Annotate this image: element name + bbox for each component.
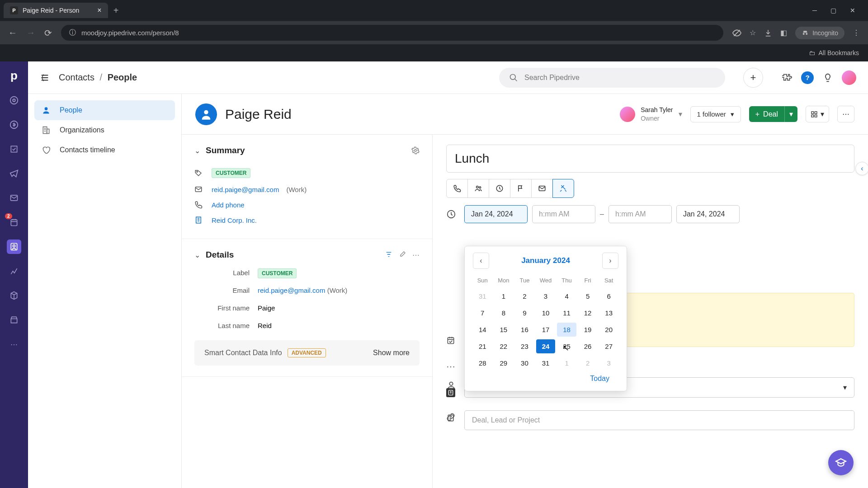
close-window-icon[interactable]: ✕	[850, 7, 855, 14]
collapse-panel-button[interactable]: ‹	[855, 162, 868, 175]
end-time-input[interactable]: h:mm AM	[609, 205, 672, 223]
more-icon[interactable]: ⋯	[412, 251, 420, 259]
type-email-button[interactable]	[531, 179, 553, 198]
chevron-down-icon[interactable]: ⌄	[194, 146, 200, 155]
rail-activities-icon[interactable]: 2	[7, 215, 21, 230]
sidebar-item-timeline[interactable]: Contacts timeline	[34, 140, 175, 160]
gear-icon[interactable]	[411, 146, 420, 155]
rail-more-icon[interactable]: ⋯	[7, 337, 21, 352]
end-date-input[interactable]: Jan 24, 2024	[676, 205, 740, 223]
new-tab-button[interactable]: +	[113, 5, 119, 16]
layout-button[interactable]: ▾	[806, 106, 829, 122]
sidebar-item-organizations[interactable]: Organizations	[34, 120, 175, 140]
deal-lead-input[interactable]: Deal, Lead or Project	[464, 410, 854, 430]
start-date-input[interactable]: Jan 24, 2024	[464, 205, 528, 223]
calendar-day[interactable]: 17	[536, 323, 556, 337]
calendar-day[interactable]: 28	[473, 356, 492, 370]
type-task-button[interactable]	[489, 179, 510, 198]
calendar-day[interactable]: 15	[494, 323, 514, 337]
calendar-day[interactable]: 2	[515, 289, 534, 303]
minimize-icon[interactable]: ─	[812, 7, 817, 14]
calendar-day[interactable]: 20	[599, 323, 618, 337]
lightbulb-icon[interactable]	[822, 72, 834, 84]
rail-projects-icon[interactable]	[7, 142, 21, 156]
email-link[interactable]: reid.paige@gmail.com	[212, 186, 279, 193]
search-input[interactable]: Search Pipedrive	[499, 68, 725, 88]
calendar-day[interactable]: 27	[599, 339, 618, 353]
rail-deals-icon[interactable]	[7, 117, 21, 132]
calendar-day[interactable]: 1	[557, 356, 576, 370]
rail-contacts-icon[interactable]	[7, 239, 21, 254]
deal-dropdown-button[interactable]: ▾	[784, 106, 797, 122]
edit-icon[interactable]	[399, 251, 406, 259]
reload-button[interactable]: ⟳	[44, 28, 52, 38]
add-phone-link[interactable]: Add phone	[212, 201, 245, 209]
app-logo[interactable]: p	[6, 68, 22, 83]
calendar-day[interactable]: 3	[599, 356, 618, 370]
download-icon[interactable]	[764, 29, 772, 37]
calendar-month-label[interactable]: January 2024	[521, 256, 570, 265]
help-icon[interactable]: ?	[801, 71, 814, 84]
calendar-next-button[interactable]: ›	[602, 253, 618, 269]
eye-icon[interactable]	[732, 28, 741, 38]
puzzle-icon[interactable]	[781, 72, 793, 84]
calendar-day[interactable]: 9	[515, 306, 534, 320]
calendar-day[interactable]: 30	[515, 356, 534, 370]
calendar-day[interactable]: 29	[494, 356, 514, 370]
calendar-day[interactable]: 25	[557, 339, 576, 353]
calendar-day[interactable]: 31	[473, 289, 492, 303]
calendar-day[interactable]: 8	[494, 306, 514, 320]
type-lunch-button[interactable]	[552, 179, 574, 198]
breadcrumb-current[interactable]: People	[108, 72, 137, 82]
org-link[interactable]: Reid Corp. Inc.	[212, 216, 257, 224]
type-meeting-button[interactable]	[467, 179, 489, 198]
academy-fab[interactable]	[828, 450, 854, 475]
calendar-day[interactable]: 23	[515, 339, 534, 353]
calendar-day[interactable]: 26	[578, 339, 598, 353]
calendar-day[interactable]: 11	[557, 306, 576, 320]
browser-tab[interactable]: P Paige Reid - Person ×	[4, 3, 108, 18]
start-time-input[interactable]: h:mm AM	[532, 205, 595, 223]
url-input[interactable]: ⓘ moodjoy.pipedrive.com/person/8	[61, 25, 723, 41]
sidepanel-icon[interactable]: ◧	[780, 28, 787, 37]
rail-mail-icon[interactable]	[7, 191, 21, 205]
calendar-day[interactable]: 6	[599, 289, 618, 303]
bookmark-star-icon[interactable]: ☆	[750, 28, 756, 37]
rail-campaigns-icon[interactable]	[7, 166, 21, 181]
tab-close-icon[interactable]: ×	[97, 6, 101, 14]
calendar-day[interactable]: 10	[536, 306, 556, 320]
calendar-day[interactable]: 2	[578, 356, 598, 370]
calendar-day[interactable]: 3	[536, 289, 556, 303]
more-icon[interactable]: ⋯	[446, 361, 455, 372]
breadcrumb-root[interactable]: Contacts	[59, 72, 94, 82]
owner-avatar[interactable]	[620, 107, 635, 122]
calendar-day[interactable]: 1	[494, 289, 514, 303]
rail-marketplace-icon[interactable]	[7, 313, 21, 327]
show-more-link[interactable]: Show more	[373, 349, 410, 357]
calendar-day[interactable]: 18	[557, 323, 576, 337]
follower-button[interactable]: 1 follower ▾	[690, 106, 741, 122]
user-avatar[interactable]	[842, 70, 856, 85]
filter-icon[interactable]	[385, 251, 392, 259]
calendar-day[interactable]: 4	[557, 289, 576, 303]
calendar-day[interactable]: 5	[578, 289, 598, 303]
type-deadline-button[interactable]	[510, 179, 532, 198]
rail-insights-icon[interactable]	[7, 264, 21, 278]
calendar-day[interactable]: 21	[473, 339, 492, 353]
forward-button[interactable]: →	[26, 28, 35, 38]
rail-leads-icon[interactable]	[7, 93, 21, 108]
owner-dropdown-icon[interactable]: ▾	[679, 110, 682, 118]
incognito-badge[interactable]: Incognito	[795, 27, 844, 39]
calendar-day[interactable]: 14	[473, 323, 492, 337]
activity-title-input[interactable]: Lunch	[446, 145, 854, 173]
email-link[interactable]: reid.paige@gmail.com	[258, 286, 325, 294]
calendar-day[interactable]: 12	[578, 306, 598, 320]
sidebar-toggle-icon[interactable]	[40, 73, 50, 83]
maximize-icon[interactable]: ▢	[830, 7, 836, 14]
calendar-prev-button[interactable]: ‹	[473, 253, 489, 269]
calendar-day[interactable]: 16	[515, 323, 534, 337]
calendar-day[interactable]: 7	[473, 306, 492, 320]
quick-add-button[interactable]: +	[743, 68, 763, 88]
sidebar-item-people[interactable]: People	[34, 100, 175, 120]
chevron-down-icon[interactable]: ⌄	[194, 251, 200, 259]
